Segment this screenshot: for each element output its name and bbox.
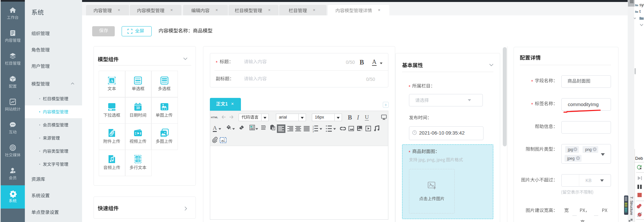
svg-text:3: 3 [313, 130, 314, 133]
svg-text:2: 2 [313, 128, 314, 130]
svg-text:A: A [110, 79, 113, 83]
svg-text:A: A [136, 159, 138, 162]
svg-text:10: 10 [136, 106, 140, 110]
svg-text:A: A [136, 156, 138, 158]
svg-text:1: 1 [313, 125, 314, 128]
